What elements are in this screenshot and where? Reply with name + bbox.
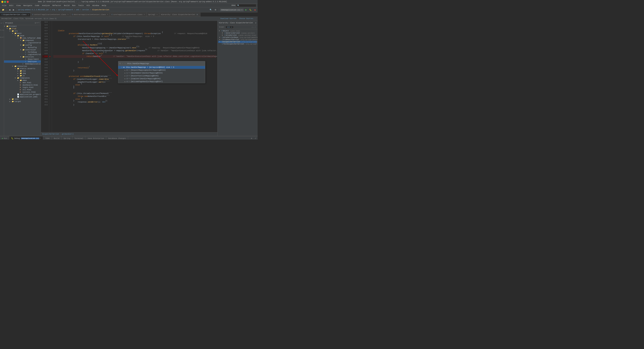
settings-icon[interactable]: ⚙	[214, 8, 217, 12]
tab-spring[interactable]: Springl ×	[146, 13, 159, 17]
popup-item-5[interactable]: ▶ 4 = {WelcomePageHandlerMapping@5547}	[118, 80, 205, 83]
h-expand-httpservletbean[interactable]: ▼	[219, 37, 222, 39]
popup-expand-5[interactable]: ▶	[124, 81, 126, 83]
h-item-testdispatcherservlet[interactable]: ▼ C TestDispatcherServlet (org.springfra…	[218, 43, 257, 45]
h-item-genericservlet[interactable]: ▼ C GenericServlet (javax.servlet)	[218, 32, 257, 34]
search-box[interactable]: 🔍	[236, 4, 256, 7]
tree-stl[interactable]: ▶ H stl.html	[4, 89, 41, 91]
breakpoint-marker[interactable]: ●	[49, 55, 52, 58]
minimize-button[interactable]	[1, 1, 3, 3]
btab-spring[interactable]: Spring	[62, 136, 72, 140]
tab-close-4[interactable]: ×	[157, 14, 158, 16]
popup-item-4[interactable]: ▶ 3 = {SimpleUrlHandlerMapping@5546}	[118, 77, 205, 80]
popup-item-2[interactable]: ▶ 1 = {BeanNameUrlHandlerMapping@5544}	[118, 72, 205, 75]
tab-hierarchy[interactable]: Hierarchy: Class DispatcherServlet ⚙	[159, 13, 200, 17]
menu-refactor[interactable]: Refactor	[51, 4, 63, 7]
tree-fordebug[interactable]: ▼ C ForDebug	[4, 51, 41, 53]
tree-employee[interactable]: ▼ C Employee	[4, 60, 41, 63]
tree-config[interactable]: ▼ 📁 config	[4, 44, 41, 46]
popup-expand-2[interactable]: ▶	[124, 72, 126, 74]
project-icon[interactable]: 📁	[1, 8, 5, 12]
vtab-structure[interactable]: Str	[0, 29, 4, 32]
h-expand-dispatcherservlet[interactable]: ▼	[219, 41, 222, 43]
menu-run[interactable]: Run	[71, 4, 77, 7]
tree-project-root[interactable]: ▼ 📁 Project	[4, 25, 41, 28]
tree-application-yaml[interactable]: ▶ 📄 application.yaml	[4, 96, 41, 98]
tree-demoapplication[interactable]: ▼ C DemoApplication	[4, 63, 41, 65]
window-controls[interactable]	[1, 1, 9, 3]
menu-vcs[interactable]: VCS	[85, 4, 91, 7]
tree-myconfig[interactable]: ▼ C MyConfig	[4, 46, 41, 49]
sidebar-close[interactable]: ×	[38, 22, 40, 24]
btab-todo[interactable]: TODO	[43, 136, 52, 140]
bottom-settings-icon[interactable]: ⚙	[250, 137, 254, 139]
menu-view[interactable]: View	[15, 4, 22, 7]
tree-application-props[interactable]: ▶ 📄 application.properties	[4, 93, 41, 96]
popup-expand-0[interactable]: ▼	[121, 67, 122, 68]
popup-copy-icon[interactable]: ⎘	[120, 63, 121, 65]
tree-css[interactable]: ▶ 📁 css	[4, 70, 41, 72]
hierarchy-icon-1[interactable]: ↕	[252, 26, 253, 28]
path-servlet[interactable]: servlet	[82, 9, 89, 11]
close-button[interactable]	[7, 1, 9, 3]
popup-back-icon[interactable]: ←	[122, 63, 123, 65]
btab-debug-close[interactable]: ×	[40, 138, 41, 139]
tab-close-3[interactable]: ×	[144, 14, 144, 16]
run-button[interactable]: ▶	[244, 8, 248, 12]
popup-expand-1[interactable]: ▶	[124, 69, 126, 71]
menu-navigate[interactable]: Navigate	[22, 4, 34, 7]
tree-controller[interactable]: ▼ 📁 controller	[4, 49, 41, 51]
sidebar-content[interactable]: ▼ 📁 Project ▼ 📁 crud ▼ 📁 src ▼ 📁 main	[4, 25, 41, 136]
h-item-dispatcherservlet[interactable]: ▼ C DispatcherServlet (org.springframewo…	[218, 41, 257, 43]
tree-static-asserts[interactable]: ▼ 📁 static.asserts	[4, 68, 41, 70]
popup-dash-icon[interactable]: —	[124, 63, 126, 65]
tree-entities[interactable]: ▼ 📁 entities	[4, 56, 41, 58]
run-config[interactable]: DemoApplication (1) ▾	[220, 9, 244, 11]
back-button[interactable]: ◀	[8, 8, 11, 12]
tree-img[interactable]: ▶ 📁 img	[4, 72, 41, 75]
tree-404[interactable]: ▶ H 404.html	[4, 82, 41, 84]
download-sources-link[interactable]: Download Sources	[220, 18, 236, 20]
btab-build[interactable]: Build	[52, 136, 62, 140]
path-jar[interactable]: spring-webmvc-5.2.3.RELEASE.jar	[18, 9, 49, 11]
breadcrumb-dispatcherservlet[interactable]: DispatcherServlet	[42, 133, 59, 135]
menu-help[interactable]: Help	[100, 4, 108, 7]
popup-item-1[interactable]: ▶ 0 = {RequestMappingHandlerMapping@5543…	[118, 69, 205, 72]
menu-edit[interactable]: Edit	[8, 4, 15, 7]
btab-terminal[interactable]: Terminal	[72, 136, 86, 140]
tab-coreapplicationcontext[interactable]: C core\ApplicationContext.class ×	[110, 13, 146, 17]
tree-login[interactable]: ▶ H login.html	[4, 86, 41, 89]
h-item-httpservletbean[interactable]: ▼ C HttpServletBean (org.springframework…	[218, 37, 257, 39]
tree-templates[interactable]: ▼ 📁 templates	[4, 77, 41, 79]
search-icon[interactable]: 🔍	[209, 8, 213, 12]
hierarchy-settings[interactable]: ⚙	[255, 22, 256, 24]
btab-database-changes[interactable]: Database Changes	[106, 136, 128, 140]
debug-run-button[interactable]: 🐛	[248, 8, 253, 12]
hierarchy-icon-2[interactable]: ↓	[254, 26, 254, 28]
btab-java-enterprise[interactable]: Java Enterprise	[85, 136, 106, 140]
tree-resources[interactable]: ▼ 📁 resources	[4, 65, 41, 68]
sidebar-settings[interactable]: ⚙	[35, 22, 36, 24]
h-expand-object[interactable]: ▼	[219, 30, 221, 32]
path-web[interactable]: web	[76, 9, 79, 11]
popup-expand-4[interactable]: ▶	[124, 78, 126, 80]
tab-close-0[interactable]: ×	[28, 14, 29, 16]
tab-settings-5[interactable]: ⚙	[196, 13, 198, 16]
popup-expand-3[interactable]: ▶	[124, 75, 126, 77]
sidebar-expand[interactable]: ≡	[36, 22, 38, 24]
h-expand-frameworkservlet[interactable]: ▼	[219, 39, 222, 41]
menu-analyze[interactable]: Analyze	[40, 4, 51, 7]
hierarchy-tree[interactable]: ▼ C Object (java.lang) ▼ C GenericServle…	[218, 29, 258, 136]
forward-button[interactable]: ▶	[12, 8, 15, 12]
vtab-project[interactable]: Proj	[0, 22, 4, 25]
btab-run[interactable]: ▶ Run	[0, 136, 9, 140]
stop-button[interactable]: ■	[254, 9, 256, 12]
tab-applicationcontext[interactable]: C context\ApplicationContext.class ×	[30, 13, 70, 17]
h-item-httpservlet[interactable]: ▼ C HttpServlet (javax.servlet.http)	[218, 34, 257, 37]
path-springframework[interactable]: springframework	[58, 9, 73, 11]
tree-test[interactable]: ▶ 📁 test	[4, 98, 41, 100]
tree-target[interactable]: ▶ 📁 target	[4, 100, 41, 103]
menu-file[interactable]: File	[1, 4, 8, 7]
maximize-button[interactable]	[4, 1, 6, 3]
choose-sources-link[interactable]: Choose Sources...	[239, 18, 256, 20]
